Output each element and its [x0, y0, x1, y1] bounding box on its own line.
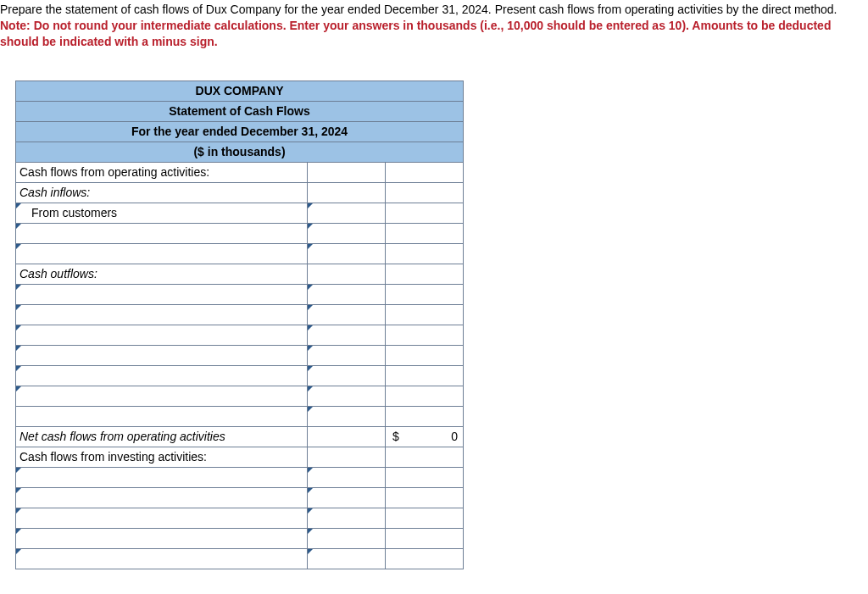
cell-blank: [308, 426, 386, 447]
row-from-customers[interactable]: From customers: [16, 203, 308, 223]
input-inv-line-3[interactable]: [16, 508, 308, 528]
cell-blank: [386, 284, 464, 304]
row-op-activities: Cash flows from operating activities:: [16, 162, 308, 182]
worksheet-container: DUX COMPANY Statement of Cash Flows For …: [15, 80, 868, 569]
input-inflow-amt-2[interactable]: [308, 223, 386, 243]
input-inv-line-4[interactable]: [16, 528, 308, 548]
input-outflow-line-4[interactable]: [16, 345, 308, 365]
cell-blank: [308, 162, 386, 182]
cell-blank: [308, 447, 386, 467]
cell-blank: [386, 223, 464, 243]
row-net-op: Net cash flows from operating activities: [16, 426, 308, 447]
question-instructions: Prepare the statement of cash flows of D…: [0, 0, 868, 57]
row-cash-inflows: Cash inflows:: [16, 182, 308, 203]
instruction-note: Note: Do not round your intermediate cal…: [0, 19, 831, 48]
cell-blank: [386, 345, 464, 365]
cell-blank: [386, 406, 464, 426]
input-outflow-line-3[interactable]: [16, 325, 308, 345]
header-title: Statement of Cash Flows: [16, 101, 464, 121]
input-inv-amt-4[interactable]: [308, 528, 386, 548]
cell-blank: [386, 264, 464, 284]
input-outflow-amt-4[interactable]: [308, 345, 386, 365]
input-outflow-amt-6[interactable]: [308, 386, 386, 406]
cell-blank: [386, 162, 464, 182]
input-outflow-line-1[interactable]: [16, 284, 308, 304]
input-outflow-amt-5[interactable]: [308, 365, 386, 386]
input-outflow-line-6[interactable]: [16, 386, 308, 406]
header-units: ($ in thousands): [16, 142, 464, 162]
cell-blank: [386, 487, 464, 508]
cell-blank: [386, 528, 464, 548]
cell-blank: [386, 447, 464, 467]
net-op-value: 0: [451, 430, 458, 443]
cell-blank: [308, 264, 386, 284]
currency-symbol: $: [386, 430, 399, 443]
input-inflow-amt-3[interactable]: [308, 243, 386, 264]
input-outflow-amt-2[interactable]: [308, 304, 386, 325]
input-outflow-line-2[interactable]: [16, 304, 308, 325]
cell-blank: [386, 325, 464, 345]
input-inv-amt-3[interactable]: [308, 508, 386, 528]
input-inv-amt-2[interactable]: [308, 487, 386, 508]
header-period: For the year ended December 31, 2024: [16, 121, 464, 142]
input-inv-amt-5[interactable]: [308, 548, 386, 569]
input-from-customers-amt[interactable]: [308, 203, 386, 223]
input-inflow-line-2[interactable]: [16, 223, 308, 243]
row-inv-activities: Cash flows from investing activities:: [16, 447, 308, 467]
input-inv-amt-1[interactable]: [308, 467, 386, 487]
cell-blank: [386, 182, 464, 203]
cell-blank: [386, 467, 464, 487]
cell-blank: [386, 386, 464, 406]
row-cash-outflows: Cash outflows:: [16, 264, 308, 284]
cell-blank: [386, 203, 464, 223]
cell-blank: [386, 243, 464, 264]
instruction-text: Prepare the statement of cash flows of D…: [0, 3, 837, 16]
input-inv-line-2[interactable]: [16, 487, 308, 508]
header-company: DUX COMPANY: [16, 80, 464, 101]
input-subtotal-op[interactable]: [308, 406, 386, 426]
input-outflow-amt-1[interactable]: [308, 284, 386, 304]
cell-blank: [386, 304, 464, 325]
input-inflow-line-3[interactable]: [16, 243, 308, 264]
cell-blank: [308, 182, 386, 203]
input-outflow-amt-3[interactable]: [308, 325, 386, 345]
cash-flow-table: DUX COMPANY Statement of Cash Flows For …: [15, 80, 464, 569]
cell-blank: [386, 548, 464, 569]
cell-blank: [16, 406, 308, 426]
cell-blank: [386, 508, 464, 528]
input-inv-line-1[interactable]: [16, 467, 308, 487]
input-inv-line-5[interactable]: [16, 548, 308, 569]
cell-blank: [386, 365, 464, 386]
net-op-total: $0: [386, 426, 464, 447]
input-outflow-line-5[interactable]: [16, 365, 308, 386]
